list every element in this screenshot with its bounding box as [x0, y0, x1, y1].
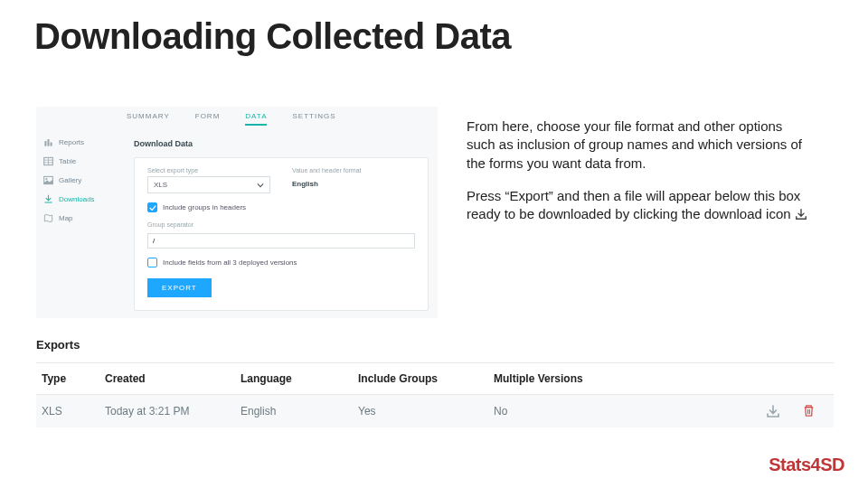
tab-summary[interactable]: SUMMARY	[127, 112, 170, 126]
sidebar-item-downloads[interactable]: Downloads	[43, 194, 116, 204]
cell-include-groups: Yes	[358, 405, 494, 418]
tab-settings[interactable]: SETTINGS	[292, 112, 335, 126]
export-button[interactable]: EXPORT	[147, 278, 212, 297]
page-title: Downloading Collected Data	[34, 16, 511, 57]
panel-title: Download Data	[134, 139, 193, 148]
export-type-select[interactable]: XLS	[147, 176, 270, 193]
header-format-value[interactable]: English	[292, 176, 415, 188]
header-format-label: Value and header format	[292, 167, 415, 174]
export-type-value: XLS	[154, 181, 167, 189]
sidebar-item-map[interactable]: Map	[43, 213, 116, 223]
sidebar-item-table[interactable]: Table	[43, 156, 116, 166]
cell-multiple-versions: No	[494, 405, 647, 418]
export-type-label: Select export type	[147, 167, 270, 174]
sidebar-item-label: Downloads	[59, 195, 95, 203]
cell-created: Today at 3:21 PM	[105, 405, 241, 418]
sidebar-item-label: Gallery	[59, 176, 81, 184]
exports-heading: Exports	[36, 338, 834, 352]
sidebar-item-label: Map	[59, 214, 73, 222]
map-icon	[43, 213, 53, 223]
download-file-button[interactable]	[766, 404, 780, 418]
download-panel: Select export type XLS Value and header …	[134, 157, 429, 311]
sidebar-item-label: Table	[59, 157, 76, 165]
instruction-paragraph-1: From here, choose your file format and o…	[467, 117, 812, 173]
exports-table-header: Type Created Language Include Groups Mul…	[36, 362, 834, 395]
tab-data[interactable]: DATA	[245, 112, 267, 126]
sidebar-item-label: Reports	[59, 138, 84, 146]
app-screenshot: Reports Table Gallery Downloads Map SUMM…	[36, 107, 438, 318]
trash-icon	[802, 404, 816, 418]
top-tabs: SUMMARY FORM DATA SETTINGS	[127, 112, 335, 126]
exports-table-row: XLS Today at 3:21 PM English Yes No	[36, 395, 834, 427]
table-icon	[43, 156, 53, 166]
gallery-icon	[43, 175, 53, 185]
svg-rect-2	[51, 143, 52, 146]
checkbox-checked-icon	[147, 202, 157, 212]
tab-form[interactable]: FORM	[195, 112, 221, 126]
instruction-p2-text: Press “Export” and then a file will appe…	[467, 188, 800, 221]
download-icon	[766, 404, 780, 418]
separator-label: Group separator	[147, 221, 415, 228]
left-sidebar: Reports Table Gallery Downloads Map	[36, 137, 116, 223]
separator-input[interactable]	[147, 233, 415, 249]
include-groups-checkbox[interactable]: Include groups in headers	[147, 202, 415, 212]
sidebar-item-gallery[interactable]: Gallery	[43, 175, 116, 185]
instructions-text: From here, choose your file format and o…	[467, 117, 812, 238]
brand-logo: Stats4SD	[769, 455, 844, 475]
col-created: Created	[105, 372, 241, 385]
svg-rect-1	[47, 139, 49, 146]
cell-type: XLS	[42, 405, 105, 418]
reports-icon	[43, 137, 53, 147]
include-versions-checkbox[interactable]: Include fields from all 3 deployed versi…	[147, 258, 415, 267]
delete-file-button[interactable]	[802, 404, 816, 418]
checkbox-unchecked-icon	[147, 258, 157, 267]
download-icon	[795, 208, 807, 221]
col-include-groups: Include Groups	[358, 372, 494, 385]
checkbox-label: Include fields from all 3 deployed versi…	[163, 258, 297, 267]
svg-point-8	[45, 178, 47, 180]
col-language: Language	[241, 372, 358, 385]
chevron-down-icon	[257, 182, 264, 189]
checkbox-label: Include groups in headers	[163, 203, 246, 211]
col-multiple-versions: Multiple Versions	[494, 372, 647, 385]
col-type: Type	[42, 372, 105, 385]
cell-language: English	[241, 405, 358, 418]
exports-section: Exports Type Created Language Include Gr…	[36, 338, 834, 427]
sidebar-item-reports[interactable]: Reports	[43, 137, 116, 147]
download-icon	[43, 194, 53, 204]
instruction-paragraph-2: Press “Export” and then a file will appe…	[467, 187, 812, 224]
svg-rect-0	[44, 141, 46, 146]
